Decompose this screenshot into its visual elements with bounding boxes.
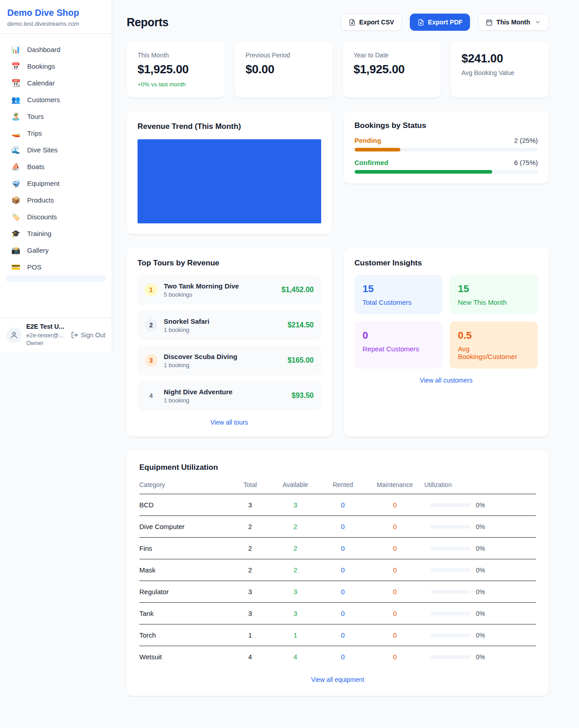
view-all-tours-link[interactable]: View all tours [210,419,248,426]
tour-list-item: 4 Night Dive Adventure 1 booking $93.50 [138,381,321,411]
sidebar-item-trips[interactable]: 🚤 Trips [5,125,106,142]
brand: Demo Dive Shop demo.test.divestreams.com [0,0,112,34]
insight-label: New This Month [458,298,530,306]
column-header-category: Category [139,481,230,494]
sidebar-item-label: POS [27,263,42,271]
tour-rank-badge: 4 [145,389,157,402]
sidebar-item-equipment[interactable]: 🤿 Equipment [5,175,106,192]
tour-rank-badge: 3 [145,354,157,367]
stat-label: Year to Date [354,52,430,59]
file-download-icon [418,19,424,26]
status-list: Pending 2 (25%) Confirmed 6 (75%) [355,137,538,174]
equipment-category: Torch [139,624,230,646]
sidebar-item-dashboard[interactable]: 📊 Dashboard [5,41,106,58]
equipment-rented: 0 [320,624,365,646]
sidebar-item-label: Discounts [27,213,57,221]
sidebar-item-customers[interactable]: 👥 Customers [5,91,106,108]
equipment-available: 2 [271,538,320,559]
bookings-by-status-card: Bookings by Status Pending 2 (25%) Confi… [344,111,549,184]
sidebar-item-discounts[interactable]: 🏷️ Discounts [5,208,106,225]
utilization-bar-track [431,547,470,550]
insight-value: 0 [363,330,435,341]
stat-value: $1,925.00 [354,62,430,76]
equipment-total: 2 [230,516,271,538]
tour-rank-badge: 1 [145,284,157,296]
calendar-icon [486,19,493,26]
stat-card: Year to Date $1,925.00 [343,42,441,98]
sidebar-item-label: Equipment [27,180,60,187]
equipment-available: 2 [271,559,320,581]
insights-row: Top Tours by Revenue 1 Two Tank Morning … [127,248,549,437]
equipment-available: 3 [271,494,320,516]
top-tours-title: Top Tours by Revenue [138,259,321,268]
person-icon [10,331,18,339]
logout-icon [71,331,78,339]
equipment-maintenance: 0 [365,538,424,559]
equipment-total: 1 [230,624,271,646]
tour-name: Snorkel Safari [164,317,209,325]
export-csv-button[interactable]: Export CSV [341,14,402,31]
equipment-total: 4 [230,646,271,668]
discounts-icon: 🏷️ [11,213,21,221]
equipment-category: Tank [139,603,230,624]
insight-value: 0.5 [458,330,530,341]
equipment-category: Fins [139,538,230,559]
insight-tile: 0 Repeat Customers [355,321,443,369]
insight-tile: 0.5 Avg Bookings/Customer [450,321,538,369]
equipment-total: 2 [230,559,271,581]
sidebar-item-label: Dashboard [27,46,60,53]
view-all-equipment-link[interactable]: View all equipment [311,676,364,683]
period-dropdown[interactable]: This Month [478,14,549,31]
chevron-down-icon [535,19,541,25]
sidebar-item-label: Bookings [27,62,55,70]
revenue-trend-title: Revenue Trend (This Month) [138,122,321,131]
utilization-percent: 0% [476,653,485,661]
equipment-table-row: Torch 1 1 0 0 0% [139,624,536,646]
user-name: E2E Test U... [26,323,64,331]
sidebar: Demo Dive Shop demo.test.divestreams.com… [0,0,112,352]
utilization-percent: 0% [476,588,485,596]
sidebar-item-bookings[interactable]: 📅 Bookings [5,58,106,75]
sidebar-item-training[interactable]: 🎓 Training [5,225,106,242]
sidebar-item-label: Gallery [27,246,49,254]
equipment-rented: 0 [320,646,365,668]
utilization-bar-track [431,612,470,615]
customer-insights-title: Customer Insights [355,259,538,268]
equipment-total: 3 [230,494,271,516]
sidebar-item-tours[interactable]: 🏝️ Tours [5,108,106,125]
insight-value: 15 [363,283,435,295]
bookings-icon: 📅 [11,63,21,70]
sidebar-item-calendar[interactable]: 📆 Calendar [5,75,106,91]
sidebar-item-gallery[interactable]: 📸 Gallery [5,242,106,259]
boats-icon: ⛵ [11,163,21,170]
utilization-percent: 0% [476,632,485,639]
calendar-icon: 📆 [11,80,21,87]
view-all-customers-link[interactable]: View all customers [420,377,472,384]
column-header-utilization: Utilization [424,481,536,494]
user-email: e2e-tester@... [26,332,64,339]
sidebar-item-active-partial[interactable] [5,275,106,282]
export-pdf-button[interactable]: Export PDF [410,14,470,31]
sidebar-item-pos[interactable]: 💳 POS [5,259,106,275]
sidebar-item-boats[interactable]: ⛵ Boats [5,158,106,175]
user-info: E2E Test U... e2e-tester@... Owner [26,323,64,347]
status-bar-fill [355,148,400,151]
equipment-table-row: Regulator 3 3 0 0 0% [139,581,536,603]
sign-out-button[interactable]: Sign Out [71,331,105,339]
status-row: Pending 2 (25%) [355,137,538,151]
sidebar-item-products[interactable]: 📦 Products [5,192,106,208]
equipment-table-header: CategoryTotalAvailableRentedMaintenanceU… [139,481,536,494]
insight-value: 15 [458,283,530,295]
equipment-table-row: Dive Computer 2 2 0 0 0% [139,516,536,538]
equipment-category: BCD [139,494,230,516]
sidebar-item-label: Calendar [27,79,55,87]
sidebar-item-dive-sites[interactable]: 🌊 Dive Sites [5,142,106,158]
tour-list: 1 Two Tank Morning Dive 5 bookings $1,45… [138,275,321,411]
status-bar-track [355,170,538,174]
status-count: 6 (75%) [514,159,538,166]
column-header-available: Available [271,481,320,494]
equipment-utilization-title: Equipment Utilization [139,463,536,472]
status-row: Confirmed 6 (75%) [355,159,538,174]
equipment-icon: 🤿 [11,180,21,187]
sidebar-item-label: Customers [27,96,60,104]
